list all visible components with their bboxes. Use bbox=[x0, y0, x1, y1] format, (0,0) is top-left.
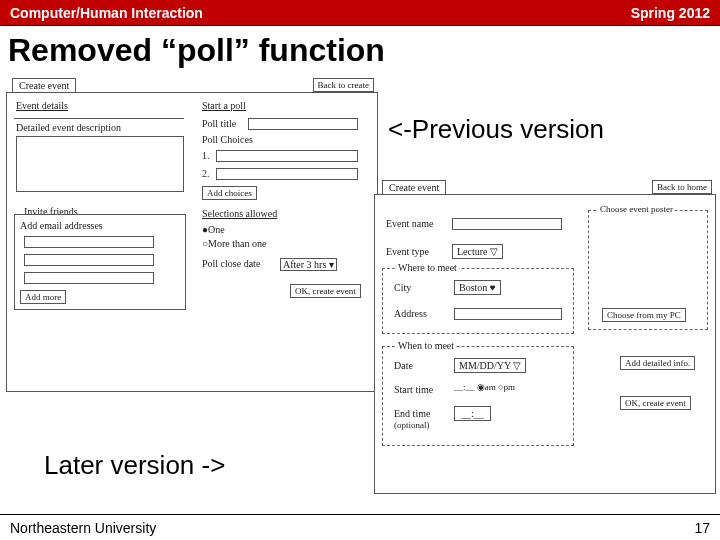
choose-from-pc-button: Choose from my PC bbox=[602, 308, 686, 322]
start-time-label: Start time bbox=[394, 384, 433, 395]
add-detailed-info-button: Add detailed info. bbox=[620, 356, 695, 370]
email-field-3 bbox=[24, 272, 154, 284]
where-to-meet-header: Where to meet bbox=[396, 262, 459, 273]
back-to-create-button: Back to create bbox=[313, 78, 374, 92]
poll-choice-1-field bbox=[216, 150, 358, 162]
poll-choices-label: Poll Choices bbox=[202, 134, 253, 145]
event-description-label: Detailed event description bbox=[16, 122, 121, 133]
city-label: City bbox=[394, 282, 411, 293]
event-name-label: Event name bbox=[386, 218, 433, 229]
ok-create-event-button-2: OK, create event bbox=[620, 396, 691, 410]
poll-close-date-label: Poll close date bbox=[202, 258, 260, 269]
slide-title: Removed “poll” function bbox=[0, 26, 720, 73]
previous-version-label: <-Previous version bbox=[388, 114, 604, 145]
sketch-previous: Create event Back to create Event detail… bbox=[6, 78, 378, 396]
later-version-label: Later version -> bbox=[44, 450, 225, 481]
create-event-tab-2: Create event bbox=[382, 180, 446, 194]
term-label: Spring 2012 bbox=[631, 5, 710, 21]
start-time-field: __:__ ◉am ○pm bbox=[454, 382, 515, 392]
footer-bar: Northeastern University 17 bbox=[0, 514, 720, 540]
start-poll-header: Start a poll bbox=[202, 100, 246, 111]
address-field bbox=[454, 308, 562, 320]
add-more-button: Add more bbox=[20, 290, 66, 304]
event-details-header: Event details bbox=[16, 100, 68, 111]
add-choices-button: Add choices bbox=[202, 186, 257, 200]
course-title: Computer/Human Interaction bbox=[10, 5, 203, 21]
poll-choice-2-field bbox=[216, 168, 358, 180]
date-field: MM/DD/YY ▽ bbox=[454, 358, 526, 373]
event-description-box bbox=[16, 136, 184, 192]
radio-one: ●One bbox=[202, 224, 225, 235]
end-time-field: __:__ bbox=[454, 406, 491, 421]
page-number: 17 bbox=[694, 520, 710, 536]
end-time-optional-label: (optional) bbox=[394, 420, 430, 430]
choose-poster-header: Choose event poster bbox=[598, 204, 675, 214]
radio-more-than-one: ○More than one bbox=[202, 238, 266, 249]
university-label: Northeastern University bbox=[10, 520, 156, 536]
poll-title-field bbox=[248, 118, 358, 130]
poll-choice-1-label: 1. bbox=[202, 150, 210, 161]
when-to-meet-header: When to meet bbox=[396, 340, 456, 351]
selections-allowed-label: Selections allowed bbox=[202, 208, 277, 219]
event-name-field bbox=[452, 218, 562, 230]
poll-choice-2-label: 2. bbox=[202, 168, 210, 179]
event-type-select: Lecture ▽ bbox=[452, 244, 503, 259]
poll-title-label: Poll title bbox=[202, 118, 236, 129]
ok-create-event-button-1: OK, create event bbox=[290, 284, 361, 298]
add-email-label: Add email addresses bbox=[20, 220, 103, 231]
where-to-meet-group bbox=[382, 268, 574, 334]
top-bar: Computer/Human Interaction Spring 2012 bbox=[0, 0, 720, 26]
city-field: Boston ♥ bbox=[454, 280, 501, 295]
end-time-label: End time bbox=[394, 408, 430, 419]
poll-close-after-field: After 3 hrs ▾ bbox=[280, 258, 337, 271]
sketch-later: Create event Back to home Event name Eve… bbox=[374, 180, 716, 500]
date-label: Date bbox=[394, 360, 413, 371]
email-field-1 bbox=[24, 236, 154, 248]
address-label: Address bbox=[394, 308, 427, 319]
event-type-label: Event type bbox=[386, 246, 429, 257]
create-event-tab: Create event bbox=[12, 78, 76, 92]
back-to-home-button: Back to home bbox=[652, 180, 712, 194]
email-field-2 bbox=[24, 254, 154, 266]
